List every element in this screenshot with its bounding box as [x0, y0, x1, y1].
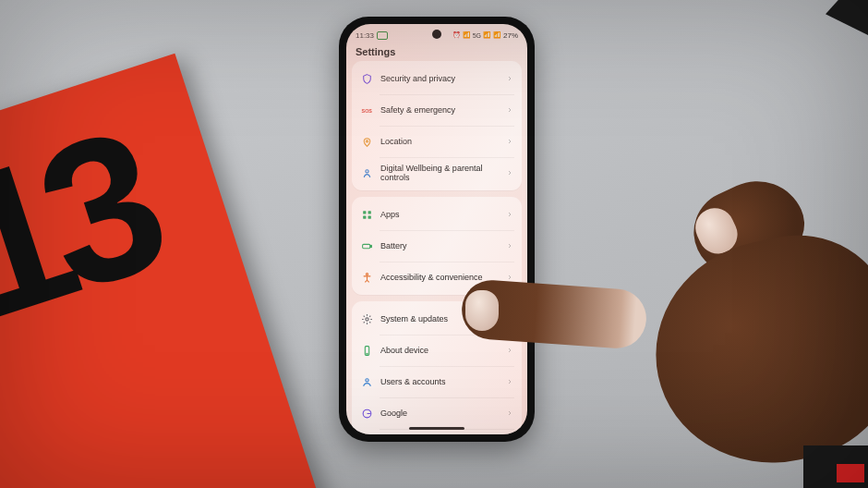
thumbnail	[689, 201, 743, 260]
chevron-right-icon	[506, 409, 513, 417]
settings-item-apps[interactable]: Apps	[352, 199, 522, 230]
svg-point-2	[365, 169, 368, 172]
google-icon	[360, 407, 373, 420]
wellbeing-icon	[360, 166, 373, 179]
chevron-right-icon	[506, 169, 513, 177]
chevron-right-icon	[506, 242, 513, 250]
svg-rect-8	[370, 245, 371, 247]
status-time: 11:33	[356, 31, 374, 40]
settings-item-label: Location	[380, 137, 499, 146]
settings-item-location[interactable]: Location	[352, 126, 522, 157]
scene: 13 11:33 ⏰ 📶 5G 📶 📶 27% Settings	[0, 0, 868, 488]
svg-rect-3	[363, 211, 366, 214]
settings-list[interactable]: Security and privacySOSSafety & emergenc…	[352, 61, 522, 421]
settings-group: System & updatesAbout deviceUsers & acco…	[352, 301, 522, 434]
sos-icon: SOS	[360, 104, 373, 116]
chevron-right-icon	[506, 75, 513, 82]
settings-item-battery[interactable]: Battery	[352, 230, 522, 262]
settings-item-label: About device	[380, 346, 499, 355]
settings-group: AppsBatteryAccessibility & convenience	[352, 197, 522, 295]
settings-item-label: Users & accounts	[380, 377, 499, 386]
phone: 11:33 ⏰ 📶 5G 📶 📶 27% Settings Security a…	[339, 17, 535, 442]
about-icon	[360, 344, 373, 357]
settings-item-label: Google	[380, 409, 499, 418]
svg-rect-4	[368, 211, 370, 214]
wifi-icon: 📶	[463, 31, 471, 39]
settings-item-label: Battery	[380, 241, 499, 250]
corner-object-bottom-right	[803, 445, 868, 488]
settings-item-label: Safety & emergency	[380, 105, 499, 115]
chevron-right-icon	[506, 274, 513, 281]
corner-object-top-right	[826, 0, 868, 35]
chevron-right-icon	[506, 378, 513, 385]
svg-point-12	[366, 353, 367, 354]
settings-item-digital-wellbeing[interactable]: Digital Wellbeing & parental controls	[352, 157, 522, 189]
settings-item-label: Apps	[380, 210, 499, 219]
chevron-right-icon	[506, 347, 513, 354]
signal-5g-icon: 5G	[473, 32, 481, 39]
signal-icon: 📶	[483, 31, 491, 39]
camera-notch	[432, 30, 441, 39]
settings-item-label: Accessibility & convenience	[380, 273, 499, 282]
svg-point-1	[366, 140, 368, 141]
svg-point-9	[366, 273, 368, 274]
svg-point-13	[365, 378, 368, 381]
users-icon	[360, 375, 373, 388]
settings-item-users-accounts[interactable]: Users & accounts	[352, 366, 522, 397]
settings-item-safety-emergency[interactable]: SOSSafety & emergency	[352, 94, 522, 126]
chevron-right-icon	[506, 106, 513, 114]
settings-item-google[interactable]: Google	[352, 397, 522, 429]
system-icon	[360, 312, 373, 325]
svg-text:SOS: SOS	[361, 107, 372, 113]
settings-group: Security and privacySOSSafety & emergenc…	[352, 61, 522, 190]
location-icon	[360, 135, 373, 148]
home-indicator[interactable]	[409, 427, 464, 430]
settings-item-about-device[interactable]: About device	[352, 335, 522, 366]
accessibility-icon	[360, 271, 373, 284]
status-message-icon	[377, 31, 388, 40]
svg-rect-5	[363, 215, 366, 218]
settings-item-label: Digital Wellbeing & parental controls	[380, 164, 499, 183]
signal-icon-2: 📶	[493, 31, 501, 39]
settings-item-security-privacy[interactable]: Security and privacy	[352, 63, 522, 94]
status-battery-text: 27%	[503, 31, 518, 40]
phone-screen: 11:33 ⏰ 📶 5G 📶 📶 27% Settings Security a…	[346, 24, 527, 434]
settings-item-label: System & updates	[380, 314, 499, 323]
svg-point-10	[365, 317, 368, 320]
settings-item-label: Security and privacy	[380, 74, 499, 83]
settings-item-system-updates[interactable]: System & updates	[352, 303, 522, 335]
alarm-icon: ⏰	[452, 31, 461, 39]
battery-icon	[360, 239, 373, 252]
box-number: 13	[0, 87, 175, 368]
page-title: Settings	[346, 43, 527, 59]
svg-rect-6	[368, 215, 370, 218]
chevron-right-icon	[506, 211, 513, 218]
svg-rect-7	[362, 244, 369, 248]
shield-icon	[360, 72, 373, 85]
chevron-right-icon	[506, 315, 513, 323]
hand	[517, 166, 868, 488]
apps-icon	[360, 208, 373, 221]
chevron-right-icon	[506, 138, 513, 145]
product-box: 13	[0, 54, 323, 488]
thumb	[681, 165, 816, 287]
red-tab	[837, 464, 864, 482]
settings-item-accessibility[interactable]: Accessibility & convenience	[352, 262, 522, 293]
